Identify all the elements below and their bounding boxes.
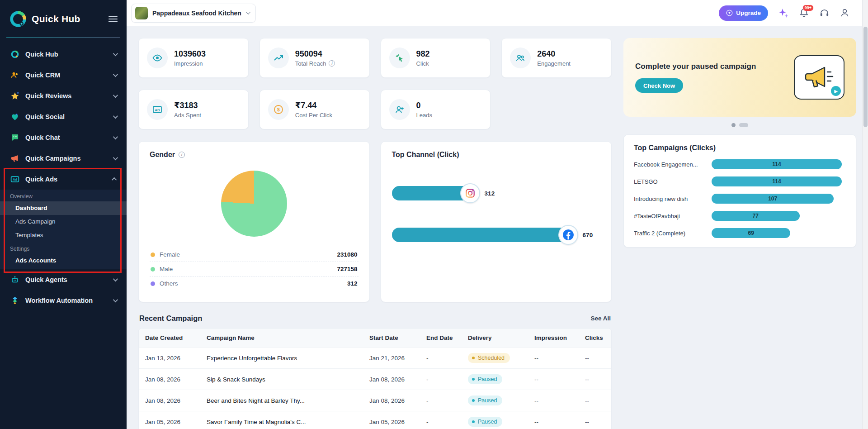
sidebar-item-quick-chat[interactable]: Quick Chat: [0, 127, 127, 148]
info-icon[interactable]: i: [329, 60, 335, 67]
menu-toggle-icon[interactable]: [108, 16, 118, 22]
submenu-item-templates[interactable]: Templates: [0, 229, 127, 242]
submenu-item-dashboard[interactable]: Dashboard: [0, 201, 127, 215]
sidebar-item-label: Quick Chat: [25, 134, 108, 141]
sidebar-item-quick-reviews[interactable]: Quick Reviews: [0, 86, 127, 106]
dollar-icon: $: [268, 99, 289, 120]
carousel-dot[interactable]: [739, 123, 748, 127]
gender-legend: Female 231080 Male 727158 Others: [150, 248, 359, 291]
see-all-link[interactable]: See All: [590, 315, 611, 322]
left-column: 1039603 Impression 950094 Total Reachi: [138, 38, 612, 429]
sidebar-item-label: Workflow Automation: [25, 297, 108, 304]
dashboard-content: 1039603 Impression 950094 Total Reachi: [127, 26, 868, 429]
sidebar-item-quick-hub[interactable]: Quick Hub: [0, 44, 127, 65]
delivery-badge: Paused: [468, 374, 502, 384]
account-selector[interactable]: Pappadeaux Seafood Kitchen: [131, 4, 256, 23]
sidebar-item-quick-crm[interactable]: Quick CRM: [0, 65, 127, 86]
table-row[interactable]: Jan 08, 2026 Beer and Bites Night at Bar…: [139, 390, 611, 411]
recent-campaign-header: Recent Campaign See All: [139, 314, 611, 323]
quick-reviews-icon: [10, 91, 20, 101]
gender-card: Gender i Female 231080: [138, 141, 370, 302]
legend-item: Male 727158: [150, 262, 359, 276]
chevron-down-icon: [113, 72, 118, 77]
submenu-item-ads-campaign[interactable]: Ads Campaign: [0, 215, 127, 229]
quick-ads-icon: Ad: [10, 174, 20, 184]
table-row[interactable]: Jan 05, 2026 Savor Family Time at Magnol…: [139, 411, 611, 429]
topbar: Pappadeaux Seafood Kitchen Upgrade 99+: [127, 0, 868, 26]
sidebar-item-quick-agents[interactable]: Quick Agents: [0, 269, 127, 290]
sidebar-item-label: Quick Campaigns: [25, 155, 108, 162]
sidebar-item-quick-social[interactable]: Quick Social: [0, 106, 127, 127]
scrollbar-track: [862, 0, 868, 429]
main-area: Pappadeaux Seafood Kitchen Upgrade 99+: [127, 0, 868, 429]
table-row[interactable]: Jan 08, 2026 Sip & Snack Sundays Jan 08,…: [139, 369, 611, 390]
sidebar-item-workflow-automation[interactable]: Workflow Automation: [0, 290, 127, 311]
legend-item: Others 312: [150, 276, 359, 291]
svg-text:AD: AD: [155, 108, 160, 112]
ai-sparkles-icon[interactable]: [778, 8, 789, 19]
people-icon: [510, 48, 531, 68]
app-title: Quick Hub: [32, 14, 80, 24]
lead-person-icon: [389, 99, 410, 120]
ad-badge-icon: AD: [147, 99, 168, 120]
notifications-bell-icon[interactable]: 99+: [799, 8, 809, 18]
chevron-down-icon: [246, 10, 250, 14]
quick-crm-icon: [10, 70, 20, 80]
table-row[interactable]: Jan 13, 2026 Experience Unforgettable Fl…: [139, 348, 611, 369]
delivery-badge: Paused: [468, 396, 502, 405]
support-headset-icon[interactable]: [819, 8, 830, 18]
sidebar: Quick Hub Quick Hub Quick CRM: [0, 0, 127, 429]
right-column: Complete your paused campaign Check Now …: [623, 38, 856, 429]
campaign-bar: 114: [712, 176, 842, 186]
stat-label: Ads Spent: [174, 112, 201, 119]
campaign-bar: 107: [712, 194, 834, 204]
app-logo-icon: [9, 10, 27, 28]
sidebar-item-quick-ads[interactable]: Ad Quick Ads: [0, 169, 127, 190]
recent-campaign-table: Date Created Campaign Name Start Date En…: [138, 328, 612, 429]
submenu-item-ads-accounts[interactable]: Ads Accounts: [0, 254, 127, 267]
sidebar-nav: Quick Hub Quick CRM Quick Reviews: [0, 38, 127, 311]
scrollbar-thumb[interactable]: [863, 27, 868, 127]
notification-badge: 99+: [802, 5, 814, 11]
quick-social-icon: [10, 112, 20, 122]
instagram-icon: [460, 183, 480, 203]
upgrade-button[interactable]: Upgrade: [719, 5, 768, 21]
check-now-button[interactable]: Check Now: [635, 78, 683, 93]
banner-title: Complete your paused campaign: [635, 62, 756, 71]
chevron-down-icon: [113, 276, 118, 281]
stat-label: Cost Per Click: [295, 112, 332, 119]
campaign-bar: 114: [712, 159, 842, 169]
campaign-bar: 77: [712, 211, 800, 221]
charts-row: Gender i Female 231080: [138, 141, 612, 302]
chevron-down-icon: [113, 155, 118, 160]
delivery-badge: Scheduled: [468, 353, 510, 363]
recent-campaign-title: Recent Campaign: [139, 314, 202, 323]
play-icon: ▶: [831, 86, 841, 96]
app-root: Quick Hub Quick Hub Quick CRM: [0, 0, 868, 429]
stat-card-engagement: 2640 Engagement: [501, 38, 612, 78]
account-name: Pappadeaux Seafood Kitchen: [152, 10, 241, 17]
delivery-badge: Paused: [468, 417, 502, 427]
quick-hub-icon: [10, 49, 20, 59]
channel-row-facebook: 670: [392, 225, 601, 245]
logo-row: Quick Hub: [0, 0, 127, 38]
user-profile-icon[interactable]: [840, 8, 850, 18]
stat-card-ads-spent: AD ₹3183 Ads Spent: [138, 90, 249, 129]
table-header: Date Created Campaign Name Start Date En…: [139, 329, 611, 348]
gender-pie-chart: [221, 171, 287, 237]
stats-grid: 1039603 Impression 950094 Total Reachi: [138, 38, 612, 129]
sidebar-item-label: Quick Hub: [25, 51, 108, 58]
svg-text:$: $: [277, 107, 280, 112]
top-campaigns-title: Top Campaigns (Clicks): [634, 144, 846, 152]
facebook-icon: [558, 225, 578, 245]
megaphone-illustration: ▶: [794, 55, 844, 100]
sidebar-item-quick-campaigns[interactable]: Quick Campaigns: [0, 148, 127, 169]
sidebar-item-label: Quick Ads: [25, 176, 108, 183]
trend-chart-icon: [268, 48, 289, 68]
stat-label: Total Reach: [295, 60, 326, 67]
chevron-down-icon: [113, 297, 118, 302]
legend-dot: [151, 267, 155, 272]
carousel-dot-active[interactable]: [731, 123, 736, 127]
chevron-down-icon: [113, 114, 118, 119]
info-icon[interactable]: i: [179, 152, 185, 158]
